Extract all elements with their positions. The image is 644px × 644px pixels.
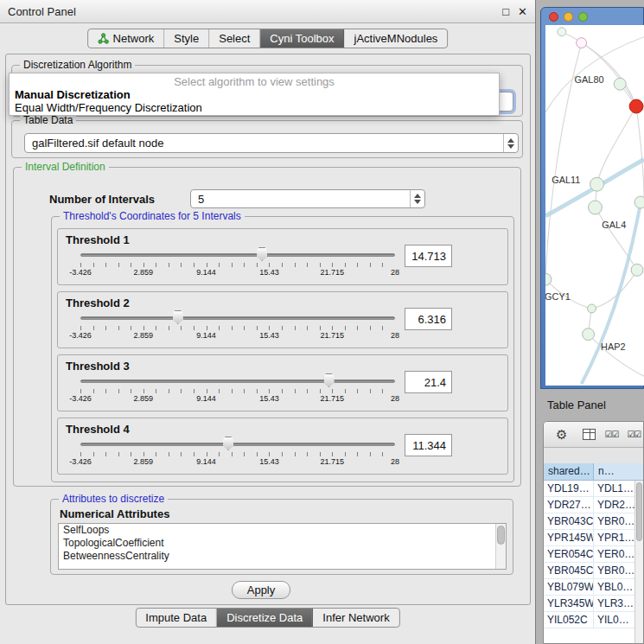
cell[interactable]: YDR2… (594, 497, 634, 513)
network-node[interactable] (590, 177, 604, 191)
table-body: YDL19… YDL1… YDR27… YDR2… YBR043C YBR0… … (544, 481, 634, 643)
cell[interactable]: YBR043C (544, 513, 594, 529)
cell[interactable]: YER054C (544, 546, 594, 562)
threshold-value-input[interactable]: 11.344 (405, 434, 452, 456)
table-row[interactable]: YBL079W YBL0… (544, 579, 634, 596)
list-scrollbar[interactable] (495, 524, 506, 569)
network-node[interactable] (589, 201, 603, 214)
tab-jactivemnodules[interactable]: jActiveMNodules (345, 29, 448, 48)
dropdown-option[interactable]: Manual Discretization (10, 88, 499, 101)
table-row[interactable]: YPR145W YPR1… (544, 530, 634, 546)
table-row[interactable]: YIL052C YIL0… (544, 612, 634, 628)
network-node[interactable] (634, 196, 644, 208)
cell[interactable]: YBR0… (594, 513, 634, 529)
tab-impute-data[interactable]: Impute Data (136, 609, 217, 627)
table-panel-window: ⚙ ☑☑ ☑☑ shared… n… YDL19… YDL1… YDR27… Y… (543, 421, 644, 644)
network-node[interactable] (583, 328, 595, 341)
attributes-list: SelfLoops TopologicalCoefficient Between… (58, 523, 507, 570)
tab-discretize-data[interactable]: Discretize Data (217, 609, 313, 627)
tick-label: 21.715 (320, 268, 344, 277)
slider-thumb[interactable] (222, 437, 235, 450)
tab-infer-network[interactable]: Infer Network (313, 609, 399, 627)
slider-thumb[interactable] (322, 373, 335, 387)
cell[interactable]: YPR1… (594, 530, 634, 545)
network-icon (98, 33, 109, 44)
slider-thumb[interactable] (256, 247, 269, 261)
threshold-label: Threshold 4 (66, 423, 130, 436)
close-icon[interactable]: ✕ (518, 5, 527, 18)
apply-button[interactable]: Apply (232, 581, 290, 599)
tab-label: Infer Network (322, 611, 389, 624)
interval-definition-group: Interval Definition Number of Intervals … (13, 167, 521, 487)
network-node[interactable] (588, 304, 596, 313)
network-canvas[interactable]: GAL80 GAL11 GAL4 GCY1 HAP2 (545, 25, 644, 386)
dropdown-option[interactable]: Equal Width/Frequency Discretization (10, 101, 499, 114)
column-header-name[interactable]: n… (594, 463, 643, 480)
columns-icon[interactable] (583, 429, 596, 440)
column-header-shared-name[interactable]: shared… (544, 463, 594, 480)
table-row[interactable]: YBR043C YBR0… (544, 513, 634, 530)
number-of-intervals-combobox[interactable]: 5 (190, 189, 425, 208)
network-node-selected[interactable] (629, 99, 643, 113)
table-row[interactable]: YLR345W YLR3… (544, 596, 634, 612)
cell[interactable]: YBL079W (544, 579, 594, 595)
cell[interactable]: YDL1… (594, 481, 634, 496)
threshold-slider[interactable]: -3.426 2.859 9.144 15.43 21.715 28 (80, 437, 395, 471)
table-data-combobox[interactable]: galFiltered.sif default node (24, 133, 519, 153)
threshold-slider[interactable]: -3.426 2.859 9.144 15.43 21.715 28 (80, 373, 395, 408)
dropdown-placeholder: Select algorithm to view settings (10, 73, 499, 88)
cell[interactable]: YIL0… (594, 612, 634, 628)
threshold-slider[interactable]: -3.426 2.859 9.144 15.43 21.715 28 (80, 247, 395, 282)
close-window-icon[interactable] (549, 12, 558, 22)
table-row[interactable]: YDR27… YDR2… (544, 497, 634, 513)
tab-label: Select (219, 32, 250, 45)
select-all-checkboxes-icon[interactable]: ☑☑ (604, 430, 618, 439)
table-data-group: Table Data galFiltered.sif default node (11, 120, 523, 158)
list-item[interactable]: TopologicalCoefficient (59, 537, 506, 550)
cell[interactable]: YBR045C (544, 563, 594, 578)
tab-select[interactable]: Select (209, 29, 260, 48)
tick-label: -3.426 (69, 331, 92, 340)
slider-track[interactable] (80, 316, 395, 320)
table-row[interactable]: YDL19… YDL1… (544, 481, 634, 497)
cell[interactable]: YDL19… (544, 481, 594, 496)
combobox-arrows-icon (410, 190, 424, 207)
network-node[interactable] (558, 28, 566, 36)
network-node[interactable] (577, 38, 587, 48)
threshold-slider[interactable]: -3.426 2.859 9.144 15.43 21.715 28 (80, 310, 395, 345)
slider-track[interactable] (80, 379, 395, 383)
cell[interactable]: YLR345W (544, 596, 594, 611)
minimize-icon[interactable]: □ (502, 5, 509, 18)
threshold-panel: Threshold 3 -3.426 2.859 9.144 15.43 21.… (57, 354, 508, 411)
tab-style[interactable]: Style (164, 29, 209, 48)
cell[interactable]: YLR3… (594, 596, 634, 611)
table-row[interactable]: YER054C YER0… (544, 546, 634, 563)
tick-label: 28 (391, 268, 399, 277)
list-item[interactable]: BetweennessCentrality (59, 550, 506, 563)
slider-thumb[interactable] (171, 310, 184, 324)
gear-icon[interactable]: ⚙ (556, 428, 567, 441)
threshold-value-input[interactable]: 6.316 (405, 308, 452, 330)
tab-cyni-toolbox[interactable]: Cyni Toolbox (260, 29, 344, 48)
cell[interactable]: YDR27… (544, 497, 594, 513)
slider-track[interactable] (80, 443, 395, 446)
cell[interactable]: YER0… (594, 546, 634, 562)
network-node[interactable] (614, 78, 626, 90)
list-item[interactable]: SelfLoops (59, 524, 506, 537)
cell[interactable]: YBR0… (594, 563, 634, 578)
threshold-value-input[interactable]: 14.713 (405, 245, 452, 267)
network-node[interactable] (631, 264, 643, 276)
table-row[interactable]: YBR045C YBR0… (544, 563, 634, 579)
tick-label: 9.144 (196, 394, 216, 403)
tab-network[interactable]: Network (88, 29, 165, 48)
network-node[interactable] (545, 273, 552, 285)
cell[interactable]: YBL0… (594, 579, 634, 595)
cell[interactable]: YIL052C (544, 612, 594, 628)
slider-track[interactable] (80, 253, 395, 257)
table-scrollbar[interactable] (634, 481, 643, 643)
clear-all-checkboxes-icon[interactable]: ☑☑ (627, 430, 641, 439)
minimize-window-icon[interactable] (564, 12, 573, 22)
threshold-value-input[interactable]: 21.4 (405, 371, 452, 393)
cell[interactable]: YPR145W (544, 530, 594, 545)
zoom-window-icon[interactable] (578, 12, 588, 22)
